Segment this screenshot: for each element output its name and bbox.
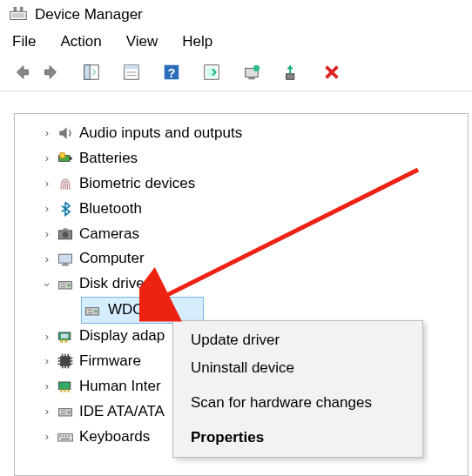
tree-label: Firmware (79, 349, 141, 374)
svg-text:?: ? (168, 66, 176, 80)
menu-action[interactable]: Action (60, 33, 101, 50)
disable-button[interactable] (319, 61, 345, 84)
svg-rect-60 (58, 434, 73, 441)
svg-rect-17 (287, 74, 294, 79)
svg-rect-15 (248, 77, 254, 80)
title-bar: Device Manager (0, 0, 472, 28)
svg-rect-61 (59, 435, 61, 437)
update-driver-button[interactable] (239, 61, 265, 84)
disk-drive-icon (55, 274, 76, 295)
context-menu: Update driver Uninstall device Scan for … (172, 320, 423, 458)
chevron-right-icon[interactable]: › (39, 402, 55, 421)
hid-icon (55, 376, 76, 397)
ide-icon (55, 401, 76, 422)
tree-label: Audio inputs and outputs (79, 121, 242, 146)
svg-rect-53 (60, 390, 63, 392)
svg-rect-62 (63, 435, 64, 437)
fingerprint-icon (55, 173, 76, 194)
svg-rect-24 (59, 254, 72, 263)
window-title: Device Manager (35, 6, 143, 23)
tree-node-biometric[interactable]: › Biometric devices (15, 171, 468, 197)
tree-node-cameras[interactable]: › Cameras (15, 222, 468, 247)
tree-label: Cameras (79, 222, 139, 247)
device-manager-icon (9, 5, 28, 24)
svg-rect-1 (14, 7, 17, 12)
back-button[interactable] (9, 61, 35, 84)
menu-uninstall-device[interactable]: Uninstall device (173, 354, 422, 382)
tree-child-label: WDC PC (108, 298, 168, 323)
svg-point-16 (253, 65, 260, 71)
tree-label: IDE ATA/ATA (79, 399, 165, 425)
tree-label: Batteries (79, 146, 138, 171)
tree-label: Bluetooth (79, 197, 142, 222)
firmware-icon (55, 351, 76, 372)
tree-node-disk-drives[interactable]: › Disk drives (15, 272, 468, 297)
svg-point-20 (59, 153, 65, 159)
chevron-right-icon[interactable]: › (39, 377, 55, 396)
svg-rect-23 (64, 228, 68, 231)
svg-rect-26 (62, 265, 69, 266)
battery-icon (55, 148, 76, 169)
svg-rect-37 (64, 339, 67, 342)
help-button[interactable]: ? (158, 61, 185, 84)
display-adapter-icon (55, 326, 76, 347)
tree-label: Disk drives (79, 272, 152, 297)
camera-icon (55, 224, 76, 245)
tree-node-audio[interactable]: › Audio inputs and outputs (15, 121, 468, 146)
svg-point-22 (63, 232, 69, 238)
svg-rect-7 (125, 65, 139, 70)
svg-rect-5 (84, 65, 90, 80)
chevron-right-icon[interactable]: › (39, 327, 55, 346)
forward-button[interactable] (38, 61, 64, 84)
uninstall-button[interactable] (279, 61, 305, 84)
menu-properties[interactable]: Properties (173, 424, 422, 452)
svg-rect-52 (59, 382, 71, 389)
chevron-right-icon[interactable]: › (39, 250, 55, 269)
chevron-right-icon[interactable]: › (39, 124, 55, 143)
svg-rect-63 (65, 435, 67, 437)
chevron-right-icon[interactable]: › (39, 149, 55, 168)
chevron-down-icon[interactable]: › (37, 277, 57, 292)
keyboard-icon (55, 426, 76, 447)
svg-rect-39 (60, 357, 71, 367)
menu-file[interactable]: File (12, 33, 36, 50)
tree-label: Biometric devices (79, 171, 195, 197)
svg-rect-3 (12, 13, 25, 18)
chevron-right-icon[interactable]: › (39, 174, 55, 193)
menu-help[interactable]: Help (182, 33, 212, 50)
svg-point-32 (95, 310, 98, 312)
svg-point-28 (68, 284, 71, 286)
menu-bar: File Action View Help (0, 28, 472, 57)
tree-node-bluetooth[interactable]: › Bluetooth (15, 197, 468, 222)
svg-rect-54 (64, 390, 66, 392)
show-hide-tree-button[interactable] (78, 61, 105, 84)
tree-label: Human Inter (79, 374, 161, 399)
properties-button[interactable] (118, 61, 145, 84)
bluetooth-icon (55, 198, 76, 219)
svg-rect-25 (64, 263, 68, 265)
menu-separator (173, 382, 422, 389)
menu-separator (173, 417, 422, 424)
chevron-right-icon[interactable]: › (39, 427, 55, 446)
svg-rect-65 (61, 439, 70, 440)
speaker-icon (55, 123, 76, 144)
menu-update-driver[interactable]: Update driver (173, 326, 422, 354)
svg-rect-19 (70, 158, 72, 160)
menu-view[interactable]: View (126, 33, 158, 50)
tree-label: Keyboards (79, 425, 150, 450)
tree-label: Display adap (79, 324, 165, 349)
svg-rect-38 (61, 333, 68, 338)
chevron-right-icon[interactable]: › (39, 352, 55, 371)
scan-hardware-button[interactable] (199, 61, 225, 84)
svg-rect-36 (60, 339, 63, 342)
chevron-right-icon[interactable]: › (39, 225, 55, 244)
svg-rect-55 (68, 390, 71, 392)
tree-node-computer[interactable]: › Computer (15, 246, 468, 272)
chevron-right-icon[interactable]: › (39, 199, 55, 218)
tree-node-batteries[interactable]: › Batteries (15, 146, 468, 171)
tree-label: Computer (79, 246, 145, 272)
svg-rect-2 (20, 7, 24, 12)
disk-drive-icon (82, 300, 103, 321)
menu-scan-hardware[interactable]: Scan for hardware changes (173, 389, 422, 417)
svg-rect-64 (68, 435, 70, 437)
